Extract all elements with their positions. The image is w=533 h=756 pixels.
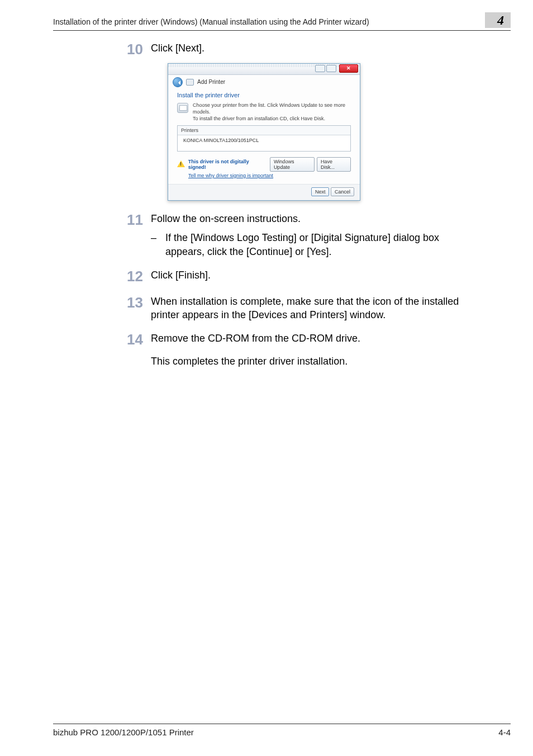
next-button[interactable]: Next	[311, 187, 330, 196]
step-text: Follow the on-screen instructions.	[151, 212, 480, 225]
step-13: 13 When installation is complete, make s…	[112, 295, 480, 322]
dialog-line1: Choose your printer from the list. Click…	[193, 102, 351, 115]
footer-divider	[53, 724, 511, 724]
step-text: Click [Next].	[151, 41, 480, 55]
back-icon[interactable]	[173, 77, 183, 87]
dialog-heading: Install the printer driver	[177, 92, 351, 98]
step-10: 10 Click [Next]. ✕	[112, 41, 480, 201]
warning-text: This driver is not digitally signed!	[188, 159, 266, 170]
step-followup-text: This completes the printer driver instal…	[151, 355, 480, 368]
warning-icon	[177, 160, 185, 168]
content-area: 10 Click [Next]. ✕	[112, 41, 480, 378]
step-number: 14	[112, 332, 143, 348]
bullet-dash-icon: –	[151, 231, 165, 244]
dialog-footer: Next Cancel	[168, 184, 360, 200]
printers-list-item[interactable]: KONICA MINOLTA1200/1051PCL	[178, 135, 350, 151]
window-controls	[315, 65, 337, 72]
footer-left-text: bizhub PRO 1200/1200P/1051 Printer	[53, 727, 194, 737]
printers-list[interactable]: Printers KONICA MINOLTA1200/1051PCL	[177, 125, 351, 152]
printer-icon	[186, 79, 194, 86]
cancel-button[interactable]: Cancel	[331, 187, 354, 196]
page-header: Installation of the printer driver (Wind…	[53, 12, 511, 31]
step-number: 11	[112, 212, 143, 228]
bullet-text: If the [Windows Logo Testing] or [Digita…	[165, 231, 480, 258]
list-item: – If the [Windows Logo Testing] or [Digi…	[151, 231, 480, 258]
add-printer-dialog: ✕ Add Printer Install the printer driver…	[168, 63, 360, 201]
minimize-icon[interactable]	[315, 65, 325, 72]
header-divider	[53, 30, 511, 31]
close-icon[interactable]: ✕	[339, 64, 358, 73]
dialog-instructions: Choose your printer from the list. Click…	[193, 102, 351, 122]
have-disk-button[interactable]: Have Disk...	[317, 157, 351, 172]
dialog-nav: Add Printer	[168, 75, 360, 88]
step-number: 10	[112, 41, 143, 58]
page-footer: bizhub PRO 1200/1200P/1051 Printer 4-4	[53, 724, 511, 737]
dialog-nav-title: Add Printer	[197, 79, 225, 85]
maximize-icon[interactable]	[326, 65, 336, 72]
chapter-badge: 4	[485, 12, 511, 28]
step-text: Remove the CD-ROM from the CD-ROM drive.	[151, 332, 480, 345]
driver-signing-link[interactable]: Tell me why driver signing is important	[188, 173, 273, 178]
step-11: 11 Follow the on-screen instructions. – …	[112, 212, 480, 258]
step-number: 12	[112, 268, 143, 285]
dialog-titlebar: ✕	[168, 64, 360, 75]
step-number: 13	[112, 295, 143, 311]
windows-update-button[interactable]: Windows Update	[270, 157, 315, 172]
step-14: 14 Remove the CD-ROM from the CD-ROM dri…	[112, 332, 480, 368]
step-12: 12 Click [Finish].	[112, 268, 480, 285]
step-text: Click [Finish].	[151, 268, 480, 282]
step-text: When installation is complete, make sure…	[151, 295, 480, 322]
printer-large-icon	[177, 103, 188, 113]
add-printer-dialog-screenshot: ✕ Add Printer Install the printer driver…	[168, 63, 480, 201]
footer-page-number: 4-4	[498, 727, 511, 737]
printers-list-header: Printers	[178, 126, 350, 135]
header-title: Installation of the printer driver (Wind…	[53, 17, 369, 26]
dialog-line2: To install the driver from an installati…	[193, 115, 351, 122]
